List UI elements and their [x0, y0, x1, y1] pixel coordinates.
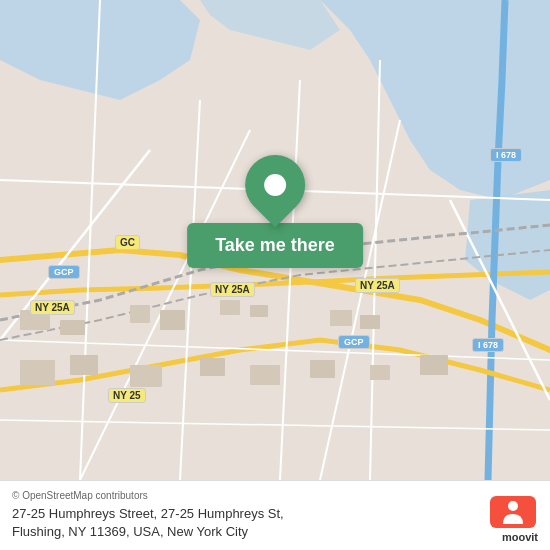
svg-rect-22 [130, 365, 162, 387]
road-label-i678-2: I 678 [472, 338, 504, 352]
moovit-logo: moovit [488, 488, 538, 543]
bottom-bar-info: © OpenStreetMap contributors 27-25 Humph… [12, 490, 488, 541]
road-label-gcp-2: GCP [338, 335, 370, 349]
svg-rect-23 [200, 358, 225, 376]
svg-rect-25 [310, 360, 335, 378]
location-pin [233, 143, 318, 228]
openstreetmap-credit: © OpenStreetMap contributors [12, 490, 488, 501]
svg-rect-21 [70, 355, 98, 375]
svg-rect-14 [130, 305, 150, 323]
bottom-bar: © OpenStreetMap contributors 27-25 Humph… [0, 480, 550, 550]
road-label-ny25a-1: NY 25A [30, 300, 75, 315]
svg-rect-19 [360, 315, 380, 329]
svg-rect-26 [370, 365, 390, 380]
road-label-gcp-1: GCP [48, 265, 80, 279]
svg-rect-15 [160, 310, 185, 330]
road-label-gc-1: GC [115, 235, 140, 250]
location-pin-button-group: Take me there [187, 155, 363, 268]
svg-rect-13 [60, 320, 85, 335]
road-label-ny25-1: NY 25 [108, 388, 146, 403]
svg-rect-20 [20, 360, 55, 385]
moovit-label: moovit [502, 531, 538, 543]
svg-point-29 [508, 501, 518, 511]
address-line2: Flushing, NY 11369, USA, New York City [12, 523, 488, 541]
svg-rect-27 [420, 355, 448, 375]
address-line1: 27-25 Humphreys Street, 27-25 Humphreys … [12, 505, 488, 523]
road-label-ny25a-2: NY 25A [210, 282, 255, 297]
location-pin-inner [264, 174, 286, 196]
svg-rect-18 [330, 310, 352, 326]
svg-rect-16 [220, 300, 240, 315]
svg-rect-24 [250, 365, 280, 385]
road-label-i678-1: I 678 [490, 148, 522, 162]
svg-rect-17 [250, 305, 268, 317]
moovit-icon [488, 488, 538, 533]
map-container: GCP GC NY 25A NY 25A NY 25A NY 25 I 678 … [0, 0, 550, 480]
road-label-ny25a-3: NY 25A [355, 278, 400, 293]
take-me-there-button[interactable]: Take me there [187, 223, 363, 268]
